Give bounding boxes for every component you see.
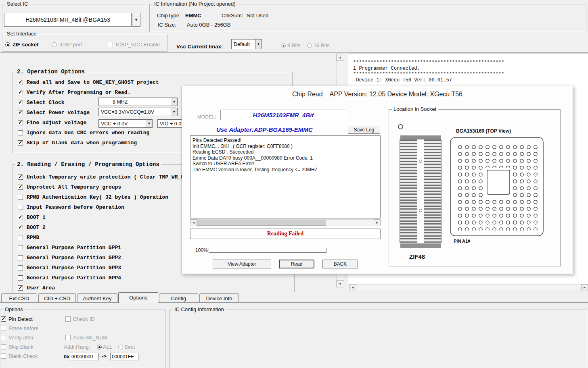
fine-adjust-checkbox[interactable] (18, 120, 23, 125)
dialog-log-line: Switch to USER AREA Error! (193, 161, 378, 167)
tab-config[interactable]: Config (159, 293, 198, 303)
input-password-checkbox[interactable] (18, 205, 23, 210)
addr-sect-radio[interactable] (118, 345, 123, 349)
erase-before-checkbox[interactable] (1, 326, 6, 331)
bits-16-radio[interactable] (307, 43, 312, 48)
bottom-options-title: Options (3, 306, 25, 313)
save-log-label: Save Log (354, 127, 375, 133)
scroll-up-icon[interactable]: ▲ (336, 54, 344, 61)
scroll-right-icon[interactable]: ► (581, 284, 588, 291)
verify-after-prog-checkbox[interactable] (1, 335, 6, 340)
power-voltage-value: VCC=3.3V/VCCQ=1.8V (101, 109, 154, 115)
log-line: ****************************************… (353, 71, 583, 77)
chksum-label: ChkSum: (222, 12, 243, 19)
ic-info-group-title: IC Information (No Project opened) (153, 1, 237, 7)
reading-status-text: Reading Failed (267, 231, 304, 237)
vcc-current-value: Default (234, 42, 250, 47)
skip-blank-data-checkbox[interactable] (18, 140, 23, 146)
boot2-checkbox[interactable] (18, 225, 23, 230)
chevron-down-icon[interactable]: ▼ (255, 40, 262, 49)
check-id-checkbox[interactable] (65, 316, 71, 322)
location-in-socket-title: Location in Socket (392, 106, 438, 112)
view-adapter-label: View Adapter (228, 261, 256, 267)
gpp3-label: General Purpose Partition GPP3 (27, 265, 121, 271)
gpp2-checkbox[interactable] (18, 255, 23, 260)
back-label: BACK (334, 261, 347, 267)
back-button[interactable]: BACK (322, 260, 358, 268)
vcc-current-combobox[interactable]: Default ▼ (231, 39, 262, 49)
pin-detect-label: Pin Detect (8, 316, 33, 322)
ic-size-label: IC Size: (158, 22, 176, 28)
scroll-right-icon[interactable]: ► (374, 219, 381, 226)
addr-all-label: ALL (103, 344, 112, 350)
select-ic-dropdown-button[interactable]: ▼ (132, 13, 140, 27)
dialog-log-box[interactable]: Pins Detected Passed! Init EMMC... OK! (… (190, 135, 381, 218)
chevron-down-icon: ▼ (134, 18, 138, 22)
skip-blank-checkbox[interactable] (1, 344, 6, 349)
verify-after-checkbox[interactable] (18, 90, 23, 95)
clock-combobox[interactable]: 8 MHZ ▼ (98, 98, 178, 106)
gpp4-checkbox[interactable] (18, 275, 23, 281)
chip-type-label: ChipType: (157, 12, 181, 19)
zif-socket-label: ZIF socket (13, 42, 38, 48)
scroll-down-icon[interactable]: ▼ (336, 280, 344, 287)
power-voltage-checkbox[interactable] (18, 110, 23, 115)
scrollbar-thumb[interactable] (197, 220, 326, 226)
power-voltage-label: Select Power voltage (27, 110, 90, 116)
boot1-checkbox[interactable] (18, 215, 23, 220)
scroll-left-icon[interactable]: ◄ (190, 219, 197, 226)
unlock-tmp-wp-checkbox[interactable] (18, 175, 23, 180)
fine-adjust-label: Fine adjust voltage (27, 120, 86, 126)
chevron-down-icon[interactable]: ▼ (171, 108, 177, 116)
log-horizontal-scrollbar[interactable] (349, 284, 588, 291)
addr-all-radio[interactable] (97, 345, 102, 349)
save-log-button[interactable]: Save Log (348, 126, 380, 134)
pin-detect-checkbox[interactable] (1, 316, 6, 322)
tab-ext-csd[interactable]: Ext.CSD (1, 293, 37, 303)
addr-from-input[interactable] (70, 353, 99, 360)
zif-screw-hole-icon (419, 209, 422, 212)
vcc-adjust-combobox[interactable]: VCC + 0.0V ▼ (98, 119, 153, 128)
read-all-save-checkbox[interactable] (18, 80, 23, 85)
addr-to-input[interactable] (110, 353, 138, 360)
unlock-tmp-wp-label: Unlock Temporary write protection ( Clea… (27, 174, 200, 180)
chip-type-value: EMMC (185, 12, 201, 19)
select-ic-combobox[interactable]: H26M52103FMR_4Bit @BGA153 (4, 13, 132, 27)
rpmb-checkbox[interactable] (18, 235, 23, 240)
blank-check-checkbox[interactable] (1, 353, 6, 359)
view-adapter-button[interactable]: View Adapter (213, 260, 271, 268)
chevron-down-icon[interactable]: ▼ (146, 120, 152, 127)
select-ic-value: H26M52103FMR_4Bit @BGA153 (25, 17, 110, 23)
ignore-crc-checkbox[interactable] (18, 130, 23, 135)
unprotect-groups-checkbox[interactable] (18, 185, 23, 190)
dialog-log-line: Pins Detected Passed! (193, 137, 378, 143)
user-area-checkbox[interactable] (18, 285, 23, 291)
read-button[interactable]: Read (279, 260, 314, 268)
icsp-vcc-checkbox[interactable] (108, 42, 113, 47)
tab-device-info[interactable]: Device.Info (199, 293, 239, 303)
select-ic-group-title: Select IC (5, 1, 30, 7)
tab-cid-csd[interactable]: CID + CSD (38, 293, 76, 303)
chip-read-dialog: Chip Read APP Version: 12.05 Device Mode… (182, 86, 573, 274)
dialog-log-scrollbar[interactable] (190, 219, 381, 226)
tab-authent-key[interactable]: Authent.Key (77, 293, 117, 303)
rpmb-auth-key-checkbox[interactable] (18, 195, 23, 200)
bits-16-label: 16 Bits (314, 42, 330, 48)
gpp3-checkbox[interactable] (18, 265, 23, 270)
scroll-left-icon[interactable]: ◄ (349, 284, 356, 291)
power-voltage-combobox[interactable]: VCC=3.3V/VCCQ=1.8V ▼ (98, 108, 178, 116)
input-password-label: Input Password before Operation (27, 204, 124, 210)
bits-8-radio[interactable] (281, 43, 286, 48)
model-value: H26M52103FMR_4Bit (253, 112, 314, 119)
select-clock-checkbox[interactable] (18, 100, 23, 105)
auto-sn-checkbox[interactable] (65, 335, 71, 340)
zif-lever-hole-icon (398, 124, 403, 129)
gpp4-label: General Purpose Partition GPP4 (27, 275, 121, 281)
tab-label: Device.Info (206, 295, 232, 301)
icsp-port-radio[interactable] (52, 42, 57, 47)
bga-diagram (450, 137, 544, 236)
gpp1-checkbox[interactable] (18, 245, 23, 250)
chevron-down-icon[interactable]: ▼ (171, 98, 177, 106)
zif-socket-radio[interactable] (5, 42, 10, 47)
tab-options[interactable]: Options (118, 292, 158, 303)
